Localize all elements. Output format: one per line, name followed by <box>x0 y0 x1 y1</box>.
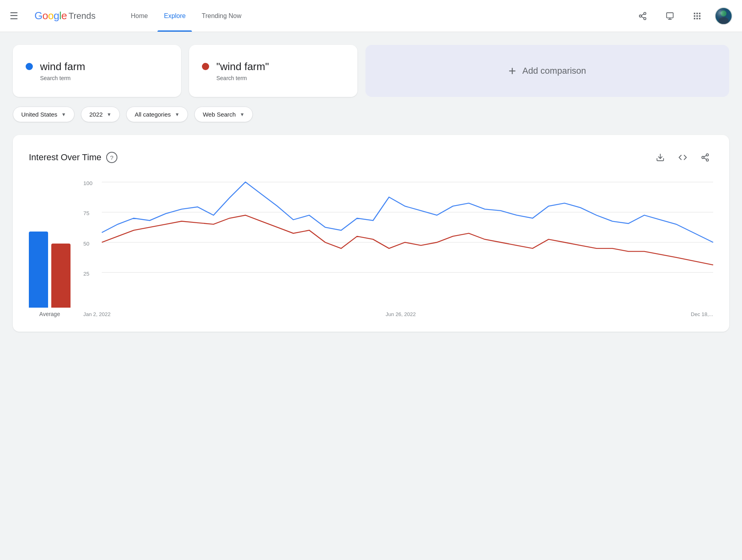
x-label-end: Dec 18,... <box>691 311 713 317</box>
filter-location-arrow: ▼ <box>61 112 66 117</box>
term-text-1: wind farm Search term <box>40 60 85 81</box>
nav-trending-now[interactable]: Trending Now <box>195 9 248 23</box>
svg-rect-8 <box>694 12 696 14</box>
nav-links: Home Explore Trending Now <box>125 9 620 23</box>
chart-title: Interest Over Time <box>29 152 101 163</box>
share-chart-button[interactable] <box>697 149 713 165</box>
filters-row: United States ▼ 2022 ▼ All categories ▼ … <box>13 107 729 122</box>
filter-year-label: 2022 <box>89 111 103 118</box>
avg-bar-blue <box>29 232 48 308</box>
svg-rect-10 <box>699 12 701 14</box>
filter-search-type[interactable]: Web Search ▼ <box>194 107 253 122</box>
header-actions <box>633 6 732 26</box>
svg-rect-13 <box>699 15 701 17</box>
apps-icon[interactable] <box>688 6 707 26</box>
svg-rect-9 <box>696 12 698 14</box>
add-comparison-label: Add comparison <box>522 66 586 76</box>
logo[interactable]: Google Trends <box>34 10 96 22</box>
svg-rect-14 <box>694 18 696 19</box>
svg-rect-15 <box>696 18 698 19</box>
filter-location-label: United States <box>21 111 57 118</box>
svg-rect-12 <box>696 15 698 17</box>
filter-year-arrow: ▼ <box>107 112 111 117</box>
y-label-50: 50 <box>83 241 89 246</box>
term-dot-blue <box>26 63 33 70</box>
filter-year[interactable]: 2022 ▼ <box>81 107 120 122</box>
term-type-2: Search term <box>216 75 269 81</box>
logo-google-text: Google <box>34 10 67 22</box>
y-label-25: 25 <box>83 271 89 276</box>
term-dot-red <box>202 63 209 70</box>
y-label-100: 100 <box>83 181 93 186</box>
chart-body: Average 100 75 50 25 <box>29 178 713 317</box>
x-axis-labels: Jan 2, 2022 Jun 26, 2022 Dec 18,... <box>83 311 713 317</box>
x-label-mid: Jun 26, 2022 <box>386 311 416 317</box>
chart-title-area: Interest Over Time ? <box>29 152 117 163</box>
search-term-header-2: "wind farm" Search term <box>202 60 345 81</box>
avg-bars-chart <box>29 212 71 308</box>
add-comparison-plus-icon: + <box>508 64 516 79</box>
nav-home[interactable]: Home <box>125 9 155 23</box>
filter-search-type-arrow: ▼ <box>240 112 244 117</box>
filter-location[interactable]: United States ▼ <box>13 107 75 122</box>
svg-rect-5 <box>667 12 673 18</box>
filter-category-label: All categories <box>135 111 171 118</box>
search-terms-row: wind farm Search term "wind farm" Search… <box>13 45 729 97</box>
search-term-card-1[interactable]: wind farm Search term <box>13 45 181 97</box>
term-name-1: wind farm <box>40 60 85 73</box>
menu-icon[interactable]: ☰ <box>10 10 18 22</box>
svg-rect-11 <box>694 15 696 17</box>
content: wind farm Search term "wind farm" Search… <box>0 32 742 332</box>
search-term-card-2[interactable]: "wind farm" Search term <box>189 45 357 97</box>
trend-chart: 100 75 50 25 <box>83 178 713 306</box>
search-term-header-1: wind farm Search term <box>26 60 168 81</box>
avg-bars: Average <box>29 212 83 317</box>
header: ☰ Google Trends Home Explore Trending No… <box>0 0 742 32</box>
chart-actions <box>652 149 713 165</box>
svg-line-4 <box>641 14 644 15</box>
share-icon[interactable] <box>633 6 652 26</box>
line-chart-container: 100 75 50 25 Jan 2, <box>83 178 713 317</box>
avg-bar-red <box>51 244 71 308</box>
chart-panel: Interest Over Time ? <box>13 135 729 332</box>
svg-line-3 <box>641 16 644 18</box>
term-type-1: Search term <box>40 75 85 81</box>
avatar[interactable] <box>715 7 732 25</box>
avg-label: Average <box>39 311 60 317</box>
download-button[interactable] <box>652 149 668 165</box>
help-icon[interactable]: ? <box>106 152 117 163</box>
logo-trends-text: Trends <box>69 11 96 21</box>
add-comparison-card[interactable]: + Add comparison <box>365 45 729 97</box>
y-label-75: 75 <box>83 211 89 216</box>
term-name-2: "wind farm" <box>216 60 269 73</box>
filter-category-arrow: ▼ <box>175 112 179 117</box>
feedback-icon[interactable] <box>660 6 679 26</box>
filter-category[interactable]: All categories ▼ <box>126 107 188 122</box>
svg-rect-16 <box>699 18 701 19</box>
chart-header: Interest Over Time ? <box>29 149 713 165</box>
nav-explore[interactable]: Explore <box>157 9 192 23</box>
svg-line-26 <box>704 155 706 157</box>
filter-search-type-label: Web Search <box>203 111 236 118</box>
embed-button[interactable] <box>675 149 691 165</box>
svg-point-20 <box>716 8 732 24</box>
svg-line-25 <box>704 158 706 159</box>
x-label-start: Jan 2, 2022 <box>83 311 111 317</box>
term-text-2: "wind farm" Search term <box>216 60 269 81</box>
